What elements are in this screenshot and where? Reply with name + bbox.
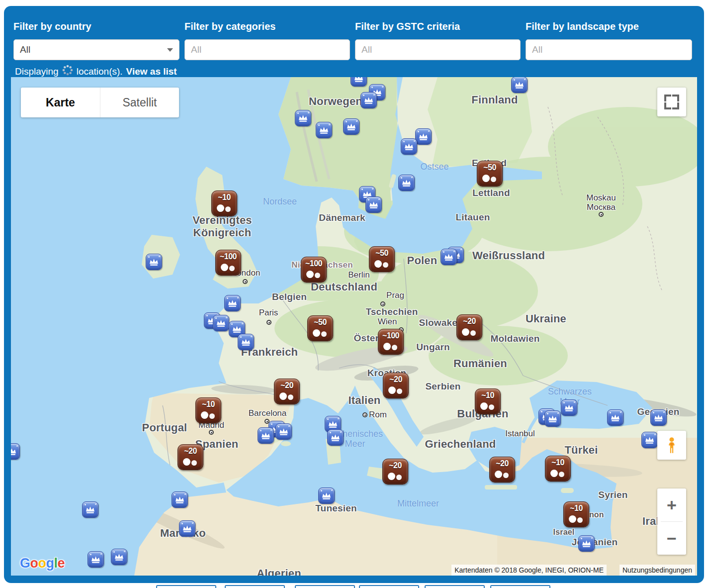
city-dot-moskau <box>599 212 604 217</box>
crown-marker[interactable] <box>258 427 274 444</box>
crown-marker[interactable] <box>179 520 195 537</box>
crown-marker[interactable] <box>275 423 292 440</box>
sea-label-ostsee: Ostsee <box>420 162 448 172</box>
crown-marker[interactable] <box>401 138 417 155</box>
crown-marker[interactable] <box>561 399 577 416</box>
map-city-moskau: Moskau Москва <box>586 193 616 212</box>
map-label-serbien: Serbien <box>425 381 460 392</box>
cluster-marker-20[interactable]: ~20 <box>383 373 409 398</box>
map-city-prag: Prag <box>386 291 404 300</box>
crown-marker[interactable] <box>398 175 415 191</box>
cluster-marker-100[interactable]: ~100 <box>215 250 241 276</box>
cluster-marker-100[interactable]: ~100 <box>301 257 327 283</box>
pegman-button[interactable] <box>657 431 686 460</box>
crown-marker[interactable] <box>578 535 595 552</box>
crown-marker[interactable] <box>238 334 254 350</box>
crown-marker[interactable] <box>544 410 561 427</box>
cluster-marker-10[interactable]: ~10 <box>545 456 571 482</box>
cluster-marker-100[interactable]: ~100 <box>378 329 404 355</box>
crown-marker[interactable] <box>607 409 623 426</box>
cluster-marker-20[interactable]: ~20 <box>177 444 203 470</box>
map-overlay: NorwegenFinnlandEstlandLettlandLitauenDä… <box>11 77 697 576</box>
crown-marker[interactable] <box>295 110 311 126</box>
map-city-istanbul: Istanbul <box>505 429 535 438</box>
crown-marker[interactable] <box>213 315 229 331</box>
status-suffix: location(s). <box>77 66 123 77</box>
crown-marker[interactable] <box>11 443 20 460</box>
sea-label-mittelmeer: Mittelmeer <box>397 498 439 508</box>
cluster-marker-10[interactable]: ~10 <box>195 397 221 423</box>
partial-box <box>225 585 285 588</box>
cluster-marker-20[interactable]: ~20 <box>382 459 408 485</box>
crown-marker[interactable] <box>351 77 367 87</box>
crown-marker[interactable] <box>82 501 98 518</box>
cluster-marker-20[interactable]: ~20 <box>489 457 515 483</box>
crown-marker[interactable] <box>650 409 667 426</box>
map-label-norwegen: Norwegen <box>309 96 362 108</box>
cluster-marker-10[interactable]: ~10 <box>475 389 501 414</box>
map-label-italien: Italien <box>349 394 381 407</box>
map-label-ukraine: Ukraine <box>526 313 566 325</box>
partial-box <box>490 585 550 588</box>
loading-spinner-icon <box>62 65 73 78</box>
map-city-barcelona: Barcelona <box>249 408 287 418</box>
gstc-input[interactable] <box>355 39 521 60</box>
cluster-marker-20[interactable]: ~20 <box>456 314 482 340</box>
crown-marker[interactable] <box>172 491 188 508</box>
crown-marker[interactable] <box>365 196 382 213</box>
landscape-input[interactable] <box>526 39 692 60</box>
crown-marker[interactable] <box>441 249 457 265</box>
crown-marker[interactable] <box>415 128 432 145</box>
map-type-map-button[interactable]: Karte <box>21 88 100 117</box>
cluster-marker-50[interactable]: ~50 <box>307 315 333 341</box>
crown-marker[interactable] <box>343 118 359 135</box>
map-canvas[interactable]: NorwegenFinnlandEstlandLettlandLitauenDä… <box>11 77 697 576</box>
zoom-in-button[interactable]: + <box>657 489 686 521</box>
categories-input[interactable] <box>184 39 350 60</box>
google-logo[interactable]: Google <box>20 556 65 571</box>
fullscreen-button[interactable] <box>657 88 686 116</box>
zoom-out-button[interactable]: − <box>657 522 686 555</box>
city-dot-prag <box>380 301 385 306</box>
crown-marker[interactable] <box>360 92 377 108</box>
crown-marker[interactable] <box>316 122 332 138</box>
map-label-portugal: Portugal <box>142 422 187 434</box>
crown-marker[interactable] <box>146 254 162 270</box>
view-as-list-link[interactable]: View as list <box>126 66 177 77</box>
zoom-control: + − <box>657 489 686 555</box>
crown-marker[interactable] <box>318 488 335 504</box>
crown-marker[interactable] <box>111 549 127 565</box>
partial-box <box>425 585 485 588</box>
filter-country: Filter by country All <box>13 21 179 60</box>
cluster-marker-20[interactable]: ~20 <box>274 379 300 404</box>
crown-marker[interactable] <box>327 429 344 446</box>
map-label-moldawien: Moldawien <box>491 333 540 344</box>
crown-marker[interactable] <box>88 551 104 568</box>
map-city-paris: Paris <box>259 308 278 317</box>
map-label-lettland: Lettland <box>472 188 510 198</box>
map-city-rom: Rom <box>369 410 387 419</box>
cluster-marker-10[interactable]: ~10 <box>211 191 237 216</box>
crown-marker[interactable] <box>224 295 241 311</box>
cluster-marker-10[interactable]: ~10 <box>563 501 589 527</box>
map-label-polen: Polen <box>407 255 438 267</box>
cluster-marker-50[interactable]: ~50 <box>477 161 503 187</box>
crown-marker[interactable] <box>641 432 658 448</box>
country-select[interactable]: All <box>13 39 179 60</box>
filter-gstc: Filter by GSTC criteria <box>355 21 521 60</box>
map-attribution: Kartendaten © 2018 Google, INEGI, ORION-… <box>451 565 607 576</box>
partial-box <box>295 585 355 588</box>
sea-label-nordsee: Nordsee <box>263 196 297 206</box>
map-label-litauen: Litauen <box>456 212 490 222</box>
city-dot-paris <box>266 320 271 325</box>
filter-categories-label: Filter by categories <box>184 21 350 32</box>
map-label-belgien: Belgien <box>272 292 307 302</box>
status-prefix: Displaying <box>15 66 59 77</box>
filter-country-label: Filter by country <box>13 21 179 32</box>
map-type-satellite-button[interactable]: Satellit <box>100 88 179 117</box>
crown-marker[interactable] <box>511 77 528 93</box>
cluster-marker-50[interactable]: ~50 <box>369 246 395 272</box>
pegman-icon <box>665 437 678 454</box>
map-label-wei-russland: Weißrussland <box>472 250 545 262</box>
terms-link[interactable]: Nutzungsbedingungen <box>620 565 695 576</box>
